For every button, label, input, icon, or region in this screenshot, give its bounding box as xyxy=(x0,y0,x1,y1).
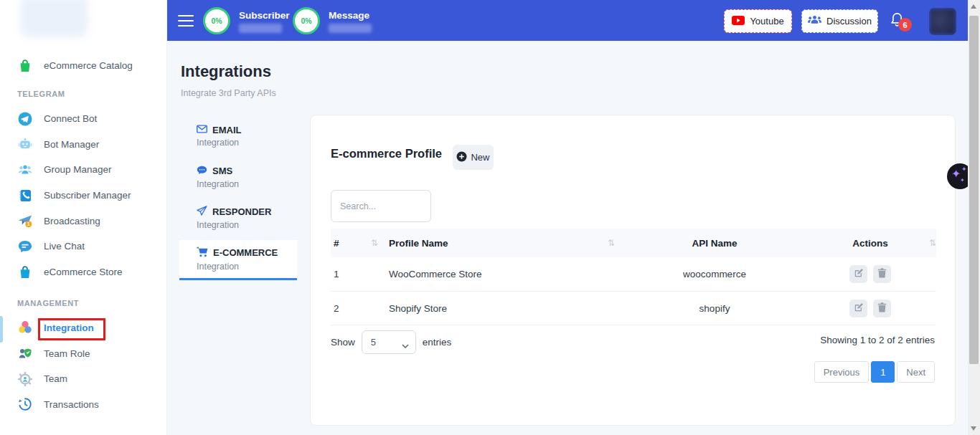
sidebar-item-ecommerce-catalog[interactable]: eCommerce Catalog xyxy=(0,53,166,79)
role-shield-icon xyxy=(17,345,33,361)
column-header-actions[interactable]: Actions ⇅ xyxy=(804,238,936,249)
search-input[interactable] xyxy=(331,190,431,222)
subnav-responder-integration[interactable]: RESPONDER Integration xyxy=(179,199,297,240)
sidebar-item-label: Subscriber Manager xyxy=(44,190,131,201)
users-group-icon xyxy=(17,162,33,178)
subnav-email-integration[interactable]: EMAIL Integration xyxy=(179,118,297,159)
shopping-bag-blue-icon xyxy=(17,264,33,280)
table-row: 2 Shopify Store shopify xyxy=(331,292,936,325)
subnav-ecommerce-integration[interactable]: E-COMMERCE Integration xyxy=(179,240,297,281)
subnav-sublabel: Integration xyxy=(197,262,297,272)
top-header: 0% Subscriber 0% Message Youtube Discuss… xyxy=(167,0,968,41)
sort-icon[interactable]: ⇅ xyxy=(608,238,615,248)
telegram-icon xyxy=(17,111,33,127)
message-stat-value-redacted xyxy=(329,24,372,33)
sidebar-item-subscriber-manager[interactable]: Subscriber Manager xyxy=(0,183,166,209)
subscriber-stat-value-redacted xyxy=(239,24,282,33)
panel-title: E-commerce Profile xyxy=(331,147,442,161)
sidebar-item-transactions[interactable]: Transactions xyxy=(0,392,166,418)
notification-count-badge: 6 xyxy=(898,18,912,32)
sidebar-section-telegram: TELEGRAM xyxy=(0,79,166,106)
subnav-sublabel: Integration xyxy=(197,179,297,189)
active-item-indicator xyxy=(0,316,3,343)
sidebar-item-team-role[interactable]: Team Role xyxy=(0,340,166,366)
sparkle-icon: ✦ xyxy=(960,177,965,183)
contact-book-icon xyxy=(17,188,33,204)
send-plane-icon xyxy=(197,206,207,218)
sidebar-item-label: Team Role xyxy=(44,348,90,359)
subnav-label: SMS xyxy=(212,166,232,176)
sidebar-item-label: Group Manager xyxy=(44,164,112,175)
app-logo xyxy=(20,0,88,37)
subnav-label: EMAIL xyxy=(212,125,241,135)
sidebar-item-connect-bot[interactable]: Connect Bot xyxy=(0,106,166,132)
main-content: Integrations Integrate 3rd Party APIs EM… xyxy=(167,41,968,435)
column-header-num[interactable]: # ⇅ xyxy=(331,238,388,249)
broadcast-plane-icon: 1 xyxy=(17,213,33,229)
notifications-button[interactable]: 6 xyxy=(889,11,918,35)
edit-button[interactable] xyxy=(849,265,867,283)
sidebar: eCommerce Catalog TELEGRAM Connect Bot B… xyxy=(0,0,167,435)
scroll-up-arrow[interactable] xyxy=(971,4,976,9)
previous-page-button[interactable]: Previous xyxy=(814,361,870,383)
delete-button[interactable] xyxy=(873,265,891,283)
entries-label: entries xyxy=(423,337,452,348)
subnav-sublabel: Integration xyxy=(197,138,297,148)
team-gear-icon xyxy=(17,371,33,387)
plus-icon xyxy=(456,151,467,164)
sidebar-item-label: Broadcasting xyxy=(44,216,100,226)
next-page-button[interactable]: Next xyxy=(897,361,935,383)
chat-bubble-icon xyxy=(17,239,33,254)
sidebar-item-ecommerce-store[interactable]: eCommerce Store xyxy=(0,259,166,285)
youtube-icon xyxy=(732,16,745,27)
discussion-button-label: Discussion xyxy=(826,16,872,27)
sort-icon[interactable]: ⇅ xyxy=(929,238,936,248)
profile-name-cell: WooCommerce Store xyxy=(388,269,625,279)
sidebar-item-bot-manager[interactable]: Bot Manager xyxy=(0,131,166,157)
subscriber-percent: 0% xyxy=(211,16,222,25)
ecommerce-profile-card: E-commerce Profile New # ⇅ Profile Name … xyxy=(310,115,956,426)
discussion-button[interactable]: Discussion xyxy=(801,9,878,33)
column-header-profile-name[interactable]: Profile Name ⇅ xyxy=(388,238,625,249)
sidebar-section-management: MANAGEMENT xyxy=(0,285,166,315)
sidebar-item-label: Bot Manager xyxy=(44,139,99,150)
subnav-sms-integration[interactable]: SMS Integration xyxy=(179,159,297,200)
sidebar-item-label: Team xyxy=(44,373,67,384)
user-avatar[interactable] xyxy=(929,8,956,35)
new-profile-button[interactable]: New xyxy=(453,145,494,170)
youtube-button[interactable]: Youtube xyxy=(724,9,792,33)
sidebar-item-live-chat[interactable]: Live Chat xyxy=(0,234,166,259)
sidebar-item-integration[interactable]: Integration xyxy=(0,315,166,341)
discussion-users-icon xyxy=(808,15,821,27)
sidebar-item-label: Integration xyxy=(44,322,94,333)
trash-icon xyxy=(877,268,887,280)
edit-icon xyxy=(854,302,864,315)
hamburger-menu-icon[interactable] xyxy=(178,15,194,29)
sidebar-item-team[interactable]: Team xyxy=(0,366,166,392)
pagination: Previous 1 Next xyxy=(814,361,935,383)
scrollbar-thumb[interactable] xyxy=(969,16,979,364)
show-label: Show xyxy=(331,337,355,348)
message-progress-circle: 0% xyxy=(293,7,320,34)
integration-circles-icon xyxy=(17,320,33,335)
email-icon xyxy=(197,125,207,135)
subscriber-stat-label: Subscriber xyxy=(239,10,290,21)
sort-icon[interactable]: ⇅ xyxy=(371,238,378,248)
integration-subnav: EMAIL Integration SMS Integration RESPON… xyxy=(179,118,297,280)
page-size-select[interactable]: 5 xyxy=(362,330,416,354)
sidebar-item-broadcasting[interactable]: 1 Broadcasting xyxy=(0,208,166,234)
trash-icon xyxy=(877,302,887,315)
scrollbar xyxy=(968,0,980,435)
column-header-api-name[interactable]: API Name xyxy=(625,238,804,249)
sidebar-item-label: Live Chat xyxy=(44,241,85,252)
page-1-button[interactable]: 1 xyxy=(871,361,895,383)
edit-button[interactable] xyxy=(849,300,867,317)
sidebar-item-group-manager[interactable]: Group Manager xyxy=(0,157,166,183)
youtube-button-label: Youtube xyxy=(750,16,783,27)
delete-button[interactable] xyxy=(873,300,891,317)
scroll-down-arrow[interactable] xyxy=(971,426,976,431)
sidebar-item-label: Connect Bot xyxy=(44,113,97,124)
edit-icon xyxy=(854,268,864,280)
profile-name-cell: Shopify Store xyxy=(388,303,625,314)
api-name-cell: shopify xyxy=(625,303,804,314)
